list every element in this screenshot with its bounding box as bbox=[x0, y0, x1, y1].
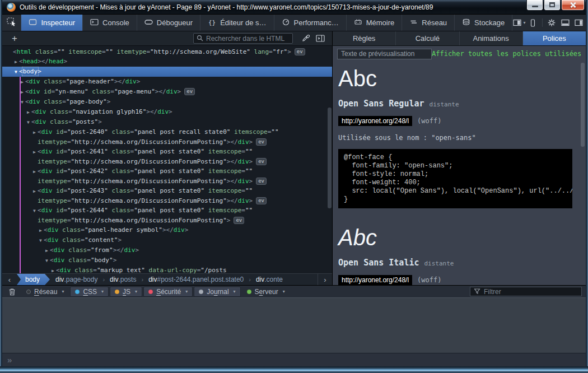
show-all-fonts-link[interactable]: Afficher toutes les polices utilisées bbox=[432, 50, 581, 58]
tab-label: Stockage bbox=[474, 18, 505, 27]
markup-line[interactable]: ▶<div id="post-2643" class="panel post s… bbox=[2, 186, 332, 196]
sidebar-toggle-button[interactable] bbox=[313, 35, 328, 42]
markup-line[interactable]: ▼<div class="posts"> bbox=[2, 117, 332, 127]
console-filter-securite[interactable]: Sécurité▾ bbox=[143, 287, 193, 297]
markup-line[interactable]: <html class="" itemscope="" itemtype="ht… bbox=[2, 47, 332, 57]
breadcrumb-forward-button[interactable]: › bbox=[318, 274, 332, 285]
fonts-scrollbar[interactable] bbox=[581, 63, 585, 147]
twisty-icon[interactable]: ▶ bbox=[44, 246, 50, 255]
console-input-line[interactable]: » bbox=[2, 353, 586, 366]
twisty-icon[interactable]: ▶ bbox=[13, 57, 19, 67]
tab-storage[interactable]: Stockage bbox=[455, 15, 512, 31]
maximize-icon bbox=[549, 2, 555, 7]
markup-line[interactable]: itemtype="http://schema.org/DiscussionFo… bbox=[2, 196, 332, 206]
breadcrumb-item-div-conte[interactable]: div.conte bbox=[252, 274, 287, 285]
markup-line[interactable]: ▼<div class="page-body"> bbox=[2, 97, 332, 107]
font-origin-badge: distante bbox=[424, 260, 454, 267]
tab-memory[interactable]: Mémoire bbox=[347, 15, 403, 31]
close-button[interactable] bbox=[561, 0, 585, 11]
tab-style-editor[interactable]: {}Éditeur de s… bbox=[200, 15, 274, 31]
markup-line[interactable]: ▼<div id="post-2644" class="panel post s… bbox=[2, 206, 332, 216]
markup-line[interactable]: ▼<div class="body"> bbox=[2, 255, 332, 265]
markup-line[interactable]: itemtype="http://schema.org/DiscussionFo… bbox=[2, 216, 332, 225]
sidebar-tab-calcule[interactable]: Calculé bbox=[396, 31, 459, 45]
tab-inspector[interactable]: Inspecteur bbox=[21, 15, 83, 31]
twisty-icon[interactable]: ▶ bbox=[50, 266, 56, 273]
twisty-icon[interactable]: ▶ bbox=[31, 167, 38, 176]
twisty-icon[interactable]: ▼ bbox=[44, 256, 50, 265]
dock-side-button[interactable] bbox=[572, 15, 586, 31]
event-badge[interactable]: ev bbox=[234, 217, 244, 224]
eyedropper-button[interactable] bbox=[298, 34, 313, 43]
console-filter-js[interactable]: JS▾ bbox=[110, 287, 142, 297]
twisty-icon[interactable]: ▼ bbox=[38, 236, 44, 245]
twisty-icon[interactable]: ▶ bbox=[31, 186, 38, 196]
window-titlebar[interactable]: Outils de développement - Mises à jour d… bbox=[2, 0, 586, 15]
tab-network[interactable]: Réseau bbox=[402, 15, 455, 31]
tab-debugger[interactable]: Débogueur bbox=[137, 15, 200, 31]
font-name-row: Open Sans Italicdistante bbox=[338, 258, 586, 268]
twisty-icon[interactable]: ▶ bbox=[19, 77, 25, 87]
sidebar-tab-animations[interactable]: Animations bbox=[460, 31, 523, 45]
twisty-icon[interactable]: ▼ bbox=[19, 97, 25, 107]
event-badge[interactable]: ev bbox=[256, 138, 267, 146]
font-url[interactable]: http://yaronet.org/248/l bbox=[338, 116, 412, 126]
split-console-button[interactable]: ▾ bbox=[512, 15, 526, 31]
clear-console-button[interactable] bbox=[2, 288, 21, 296]
twisty-icon[interactable]: ▶ bbox=[31, 128, 38, 137]
markup-line[interactable]: ▶<div id="post-2641" class="panel post s… bbox=[2, 147, 332, 157]
event-badge[interactable]: ev bbox=[295, 48, 305, 55]
markup-line[interactable]: ▶<div class="navigation glyph16"></div> bbox=[2, 107, 332, 117]
event-badge[interactable]: ev bbox=[184, 88, 195, 95]
sidebar-tab-regles[interactable]: Règles bbox=[333, 31, 396, 45]
twisty-icon[interactable]: ▼ bbox=[25, 118, 31, 127]
event-badge[interactable]: ev bbox=[256, 158, 267, 165]
breadcrumb-item-div-post-2644-panel-post-state0[interactable]: div#post-2644.panel.post.state0 bbox=[144, 274, 248, 285]
markup-line[interactable]: ▶<div id="yn-menu" class="page-menu"></d… bbox=[2, 87, 332, 97]
font-url[interactable]: http://yaronet.org/248/l bbox=[338, 275, 412, 285]
markup-line[interactable]: itemtype="http://schema.org/DiscussionFo… bbox=[2, 137, 332, 147]
settings-button[interactable] bbox=[545, 15, 558, 31]
event-badge[interactable]: ev bbox=[256, 178, 267, 185]
twisty-icon[interactable]: ▶ bbox=[31, 147, 38, 157]
console-filter-journal[interactable]: Journal▾ bbox=[194, 287, 240, 297]
debugger-icon bbox=[144, 18, 153, 27]
breadcrumb-back-button[interactable]: ‹ bbox=[2, 274, 17, 285]
twisty-icon[interactable]: ▼ bbox=[31, 206, 38, 216]
event-badge[interactable]: ev bbox=[256, 197, 267, 204]
tab-console[interactable]: Console bbox=[83, 15, 137, 31]
markup-line[interactable]: ▼<div class="content"> bbox=[2, 235, 332, 245]
breadcrumb-item-div-page-body[interactable]: div.page-body bbox=[52, 274, 101, 285]
markup-line[interactable]: ▶<div id="post-2642" class="panel post s… bbox=[2, 166, 332, 176]
add-node-button[interactable]: + bbox=[2, 32, 27, 45]
markup-line[interactable]: itemtype="http://schema.org/DiscussionFo… bbox=[2, 157, 332, 166]
font-preview-input[interactable] bbox=[337, 49, 432, 59]
responsive-mode-button[interactable] bbox=[526, 15, 540, 31]
search-input[interactable] bbox=[206, 35, 290, 43]
breadcrumb-item-body[interactable]: body bbox=[17, 274, 50, 285]
markup-line[interactable]: ▶<head></head> bbox=[2, 57, 332, 67]
markup-line[interactable]: ▶<div class="markup text" data-url-copy=… bbox=[2, 265, 332, 273]
markup-line[interactable]: ▶<div class="panel-header symbol"></div> bbox=[2, 225, 332, 235]
maximize-button[interactable] bbox=[544, 0, 561, 11]
twisty-icon[interactable]: ▼ bbox=[13, 67, 19, 77]
markup-line[interactable]: ▼<body> bbox=[2, 67, 332, 77]
sidebar-tab-polices[interactable]: Polices bbox=[523, 31, 586, 45]
breadcrumb-item-div-posts[interactable]: div.posts bbox=[106, 274, 140, 285]
console-filter-input[interactable] bbox=[484, 288, 578, 296]
console-filter-serveur[interactable]: Serveur▾ bbox=[242, 287, 290, 297]
markup-line[interactable]: ▶<div class="from"></div> bbox=[2, 245, 332, 255]
minimize-button[interactable] bbox=[526, 0, 543, 11]
console-filter-reseau[interactable]: Réseau▾ bbox=[21, 287, 69, 297]
markup-line[interactable]: ▶<div id="post-2640" class="panel post r… bbox=[2, 127, 332, 137]
dock-bottom-button[interactable] bbox=[558, 15, 572, 31]
twisty-icon[interactable]: ▶ bbox=[25, 108, 31, 117]
markup-scrollbar[interactable] bbox=[328, 108, 332, 208]
twisty-icon[interactable]: ▶ bbox=[38, 226, 44, 235]
twisty-icon[interactable]: ▶ bbox=[19, 87, 25, 97]
pick-element-button[interactable] bbox=[2, 15, 21, 31]
markup-line[interactable]: ▶<div class="page-header"></div> bbox=[2, 77, 332, 87]
tab-performance[interactable]: Performanc… bbox=[274, 15, 347, 31]
markup-line[interactable]: itemtype="http://schema.org/DiscussionFo… bbox=[2, 176, 332, 186]
console-filter-css[interactable]: CSS▾ bbox=[70, 287, 109, 297]
